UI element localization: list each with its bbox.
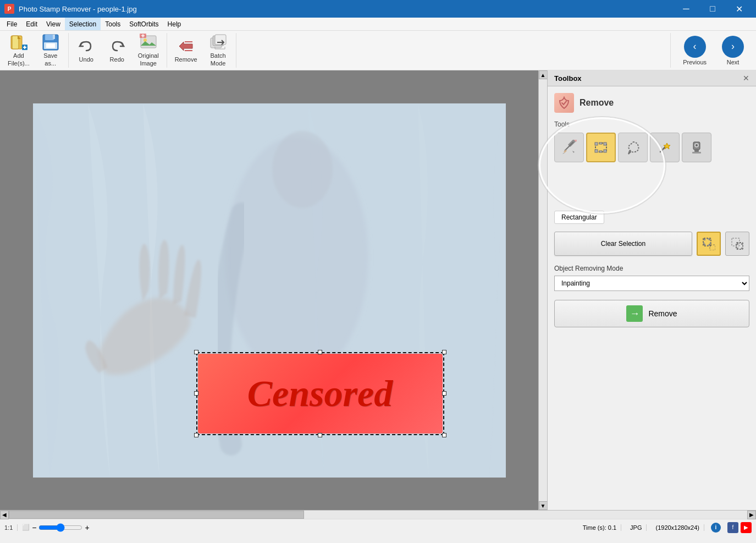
tool-pencil-button[interactable]	[554, 133, 584, 162]
scroll-track-vertical[interactable]	[539, 79, 547, 501]
menu-tools[interactable]: Tools	[101, 18, 125, 30]
handle-top-middle[interactable]	[318, 350, 322, 354]
svg-line-26	[565, 142, 573, 151]
svg-rect-53	[737, 243, 738, 245]
svg-rect-43	[709, 239, 710, 240]
tool-stamp-button[interactable]	[682, 133, 711, 162]
handle-middle-right[interactable]	[442, 391, 446, 396]
menu-file[interactable]: File	[2, 18, 21, 30]
svg-rect-29	[604, 142, 606, 145]
tools-highlight-circle	[539, 117, 665, 213]
menu-view[interactable]: View	[42, 18, 65, 30]
hand-shape	[88, 274, 198, 412]
tools-row	[554, 133, 711, 162]
facebook-icon[interactable]: f	[727, 522, 738, 533]
handle-top-right[interactable]	[442, 350, 446, 354]
svg-rect-55	[737, 248, 738, 249]
remove-action-label: Remove	[648, 309, 677, 318]
svg-rect-44	[704, 244, 705, 245]
youtube-icon[interactable]: ▶	[741, 522, 752, 533]
h-scroll-track[interactable]	[9, 511, 747, 519]
previous-label: Previous	[683, 59, 707, 65]
remove-action-button[interactable]: → Remove	[554, 300, 749, 327]
add-files-button[interactable]: AddFile(s)...	[3, 31, 34, 69]
next-button[interactable]: › Next	[716, 34, 749, 68]
svg-rect-48	[703, 242, 704, 244]
svg-rect-37	[694, 150, 699, 152]
title-bar-title: Photo Stamp Remover - people-1.jpg	[19, 5, 137, 13]
scroll-right-arrow[interactable]: ▶	[747, 511, 756, 519]
undo-button[interactable]: Undo	[72, 35, 101, 65]
maximize-button[interactable]: □	[700, 0, 725, 18]
photo-background: Censored	[33, 103, 506, 478]
censored-selection-box[interactable]: Censored	[198, 354, 443, 434]
scroll-left-arrow[interactable]: ◀	[0, 511, 9, 519]
svg-rect-32	[599, 142, 602, 144]
remove-button[interactable]: Remove	[170, 35, 202, 65]
save-as-button[interactable]: Saveas...	[36, 31, 65, 69]
menu-edit[interactable]: Edit	[21, 18, 42, 30]
main-content: Censored ▲	[0, 70, 756, 510]
scroll-down-arrow[interactable]: ▼	[539, 501, 548, 510]
horizontal-scrollbar[interactable]: ◀ ▶	[0, 510, 756, 519]
remove-title: Remove	[580, 98, 614, 108]
canvas-area[interactable]: Censored ▲	[0, 70, 547, 510]
handle-middle-left[interactable]	[194, 391, 198, 396]
menu-help[interactable]: Help	[163, 18, 186, 30]
zoom-slider[interactable]	[38, 523, 82, 532]
previous-button[interactable]: ‹ Previous	[677, 34, 712, 68]
handle-bottom-left[interactable]	[194, 433, 198, 437]
tool-lasso-button[interactable]	[618, 133, 648, 162]
svg-rect-54	[741, 243, 743, 245]
menu-bar: File Edit View Selection Tools SoftOrbit…	[0, 18, 756, 31]
tool-rectangular-button[interactable]	[586, 133, 616, 162]
zoom-control: 1:1 ⬜ − +	[4, 523, 90, 532]
batch-mode-button[interactable]: BatchMode	[204, 31, 233, 69]
minimize-button[interactable]: ─	[674, 0, 699, 18]
title-bar: P Photo Stamp Remover - people-1.jpg ─ □…	[0, 0, 756, 18]
status-info-button[interactable]: i	[711, 523, 721, 533]
toolbar-remove-group: Remove BatchMode	[167, 33, 236, 68]
menu-softorbits[interactable]: SoftOrbits	[125, 18, 163, 30]
h-scroll-thumb[interactable]	[9, 511, 304, 519]
title-bar-left: P Photo Stamp Remover - people-1.jpg	[4, 4, 137, 14]
next-icon: ›	[722, 36, 744, 58]
selection-mode-subtract-button[interactable]	[725, 232, 749, 256]
handle-top-left[interactable]	[194, 350, 198, 354]
removing-mode-dropdown-wrapper: Inpainting Smart Fill Texture Synthesis	[554, 276, 749, 291]
toolbox-close-button[interactable]: ✕	[743, 74, 749, 83]
original-image-icon	[140, 34, 157, 51]
scroll-up-arrow[interactable]: ▲	[539, 70, 548, 79]
tool-magic-wand-button[interactable]	[650, 133, 680, 162]
svg-rect-7	[53, 35, 55, 39]
menu-selection[interactable]: Selection	[65, 18, 101, 30]
clear-selection-button[interactable]: Clear Selection	[554, 232, 692, 256]
svg-rect-49	[710, 242, 711, 244]
handle-bottom-middle[interactable]	[318, 433, 322, 437]
redo-button[interactable]: Redo	[103, 35, 131, 65]
tools-section-label: Tools	[554, 120, 749, 128]
status-bar: 1:1 ⬜ − + Time (s): 0.1 JPG (1920x1280x2…	[0, 519, 756, 535]
zoom-fit-icon[interactable]: ⬜	[22, 524, 30, 531]
original-image-button[interactable]: OriginalImage	[134, 31, 163, 69]
svg-rect-28	[595, 142, 598, 145]
vertical-scrollbar[interactable]: ▲ ▼	[538, 70, 547, 510]
prev-next-group: ‹ Previous › Next	[670, 33, 756, 68]
status-right: Time (s): 0.1 JPG (1920x1280x24) i f ▶	[583, 522, 752, 533]
svg-rect-42	[704, 239, 705, 240]
undo-icon	[78, 37, 95, 55]
handle-bottom-right[interactable]	[442, 433, 446, 437]
svg-rect-19	[215, 35, 226, 45]
image-wrapper: Censored	[33, 103, 506, 478]
svg-rect-9	[46, 43, 55, 48]
add-files-icon	[10, 34, 27, 51]
zoom-increase-icon[interactable]: +	[85, 523, 89, 532]
censored-background: Censored	[198, 354, 443, 434]
toolbox-panel: Toolbox ✕ Remove Tools	[547, 70, 756, 510]
selection-mode-add-button[interactable]	[697, 232, 721, 256]
zoom-decrease-icon[interactable]: −	[32, 523, 36, 532]
batch-mode-label: BatchMode	[211, 52, 226, 67]
object-removing-mode-label: Object Removing Mode	[554, 265, 749, 272]
close-button[interactable]: ✕	[726, 0, 752, 18]
removing-mode-dropdown[interactable]: Inpainting Smart Fill Texture Synthesis	[554, 276, 749, 291]
